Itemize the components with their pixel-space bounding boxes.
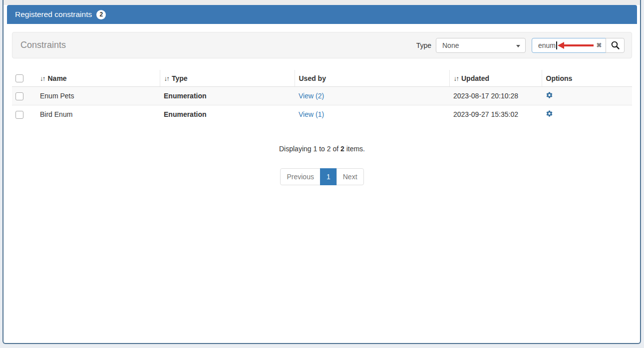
table-row: Bird Enum Enumeration View (1) 2023-09-2…: [12, 105, 632, 124]
cell-updated: 2023-09-27 15:35:02: [449, 105, 542, 124]
row-checkbox[interactable]: [15, 92, 23, 100]
type-select[interactable]: None: [436, 38, 526, 53]
cell-name: Bird Enum: [36, 105, 160, 124]
cell-name: Enum Pets: [36, 87, 160, 105]
panel-header: Registered constraints 2: [7, 5, 637, 24]
cell-type: Enumeration: [160, 105, 295, 124]
select-all-checkbox[interactable]: [15, 74, 23, 82]
options-button[interactable]: [546, 110, 553, 117]
page-title: Registered constraints: [15, 10, 92, 19]
search-button[interactable]: [606, 38, 625, 53]
items-summary: Displaying 1 to 2 of 2 items.: [12, 145, 632, 153]
clear-search-icon[interactable]: ✖: [595, 38, 604, 53]
page-1-button[interactable]: 1: [320, 168, 337, 185]
text-cursor: [556, 41, 557, 49]
table-header-row: ↓↑Name ↓↑Type Used by ↓↑Updated Options: [12, 70, 632, 87]
column-header-updated[interactable]: ↓↑Updated: [449, 70, 542, 87]
row-checkbox[interactable]: [15, 111, 23, 119]
gear-icon: [546, 111, 553, 119]
column-header-name[interactable]: ↓↑Name: [36, 70, 160, 87]
gear-icon: [546, 93, 553, 100]
chevron-down-icon: [516, 45, 520, 47]
cell-updated: 2023-08-17 20:10:28: [449, 87, 542, 105]
used-by-link[interactable]: View (1): [299, 110, 324, 118]
table-row: Enum Pets Enumeration View (2) 2023-08-1…: [12, 87, 632, 105]
options-button[interactable]: [546, 91, 553, 99]
type-filter-label: Type: [416, 41, 431, 49]
type-select-value: None: [442, 41, 459, 49]
filter-toolbar: Constraints Type None ✖: [12, 32, 632, 58]
count-badge: 2: [96, 10, 106, 19]
search-icon: [611, 40, 620, 50]
window-top-strip: [3, 0, 640, 5]
items-total: 2: [340, 145, 344, 153]
search-group: ✖: [532, 38, 625, 53]
pagination: Previous 1 Next: [12, 168, 632, 185]
section-title: Constraints: [20, 40, 416, 50]
constraints-table: ↓↑Name ↓↑Type Used by ↓↑Updated Options …: [12, 70, 632, 123]
sort-icon: ↓↑: [40, 75, 45, 82]
next-page-button[interactable]: Next: [336, 168, 364, 185]
column-header-used-by: Used by: [295, 70, 449, 87]
used-by-link[interactable]: View (2): [299, 92, 324, 100]
sort-icon: ↓↑: [454, 75, 459, 82]
previous-page-button[interactable]: Previous: [280, 168, 320, 185]
sort-icon: ↓↑: [164, 75, 169, 82]
column-header-options: Options: [542, 70, 632, 87]
column-header-type[interactable]: ↓↑Type: [160, 70, 295, 87]
cell-type: Enumeration: [160, 87, 295, 105]
